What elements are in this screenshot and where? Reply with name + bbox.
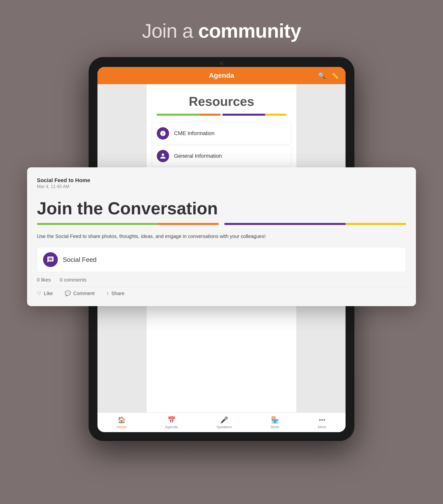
store-label: Store bbox=[271, 425, 279, 429]
nav-more[interactable]: ••• More bbox=[318, 416, 326, 429]
search-icon[interactable]: 🔍 bbox=[318, 72, 326, 79]
overlay-like-button[interactable]: ♡ Like bbox=[37, 290, 53, 296]
overlay-heart-icon: ♡ bbox=[37, 290, 41, 296]
more-icon: ••• bbox=[319, 416, 325, 424]
top-bar-title: Agenda bbox=[209, 72, 234, 79]
overlay-share-button[interactable]: ↑ Share bbox=[106, 290, 124, 296]
home-label: Home bbox=[117, 425, 127, 429]
store-icon: 🏪 bbox=[271, 416, 279, 424]
overlay-desc: Use the Social Feed to share photos, tho… bbox=[37, 232, 406, 240]
nav-speakers[interactable]: 🎤 Speakers bbox=[216, 416, 232, 429]
general-label: General Information bbox=[174, 153, 222, 159]
more-label: More bbox=[318, 425, 326, 429]
overlay-like-label: Like bbox=[44, 291, 53, 296]
agenda-icon: 📅 bbox=[167, 416, 175, 424]
speakers-label: Speakers bbox=[216, 425, 232, 429]
overlay-actions: ♡ Like 💬 Comment ↑ Share bbox=[37, 287, 406, 296]
overlay-comment-label: Comment bbox=[73, 291, 95, 296]
overlay-menu-item-social[interactable]: Social Feed bbox=[37, 247, 406, 272]
overlay-date: Mar 4, 11:45 AM bbox=[37, 184, 406, 189]
edit-icon[interactable]: ✏️ bbox=[331, 72, 339, 79]
nav-agenda[interactable]: 📅 Agenda bbox=[165, 416, 178, 429]
menu-item-general[interactable]: General Information bbox=[152, 145, 291, 167]
overlay-share-icon: ↑ bbox=[106, 291, 109, 296]
nav-store[interactable]: 🏪 Store bbox=[271, 416, 279, 429]
top-bar: Agenda 🔍 ✏️ bbox=[97, 67, 346, 84]
bottom-nav: 🏠 Home 📅 Agenda 🎤 Speakers 🏪 Store ••• M… bbox=[97, 413, 346, 432]
social-feed-label: Social Feed bbox=[63, 256, 96, 264]
overlay-header: Social Feed to Home Mar 4, 11:45 AM bbox=[37, 177, 406, 189]
menu-item-cme[interactable]: CME Information bbox=[152, 123, 291, 144]
overlay-source: Social Feed to Home bbox=[37, 177, 406, 184]
social-feed-icon bbox=[43, 252, 58, 267]
overlay-big-title: Join the Conversation bbox=[37, 199, 406, 218]
nav-home[interactable]: 🏠 Home bbox=[117, 416, 127, 429]
resources-section: Resources bbox=[147, 84, 296, 123]
overlay-card: Social Feed to Home Mar 4, 11:45 AM Join… bbox=[27, 167, 416, 306]
overlay-comment-icon: 💬 bbox=[65, 290, 71, 296]
resources-title: Resources bbox=[157, 94, 286, 109]
color-bar bbox=[157, 114, 286, 116]
overlay-interaction-bar: 0 likes 0 comments ♡ Like 💬 Comment ↑ Sh… bbox=[37, 277, 406, 296]
overlay-likes-count: 0 likes bbox=[37, 277, 51, 283]
home-icon: 🏠 bbox=[118, 416, 126, 424]
general-icon bbox=[157, 150, 169, 162]
cme-label: CME Information bbox=[174, 130, 215, 137]
overlay-share-label: Share bbox=[111, 291, 124, 296]
speakers-icon: 🎤 bbox=[220, 416, 228, 424]
agenda-label: Agenda bbox=[165, 425, 178, 429]
overlay-counts: 0 likes 0 comments bbox=[37, 277, 406, 283]
camera bbox=[220, 62, 223, 65]
overlay-comment-button[interactable]: 💬 Comment bbox=[65, 290, 95, 296]
overlay-color-bar bbox=[37, 223, 406, 225]
top-bar-icons: 🔍 ✏️ bbox=[318, 72, 339, 79]
headline: Join a community bbox=[142, 20, 301, 42]
headline-bold: community bbox=[198, 20, 301, 42]
cme-icon bbox=[157, 127, 169, 140]
headline-prefix: Join a bbox=[142, 20, 198, 42]
overlay-comments-count: 0 comments bbox=[60, 277, 87, 283]
